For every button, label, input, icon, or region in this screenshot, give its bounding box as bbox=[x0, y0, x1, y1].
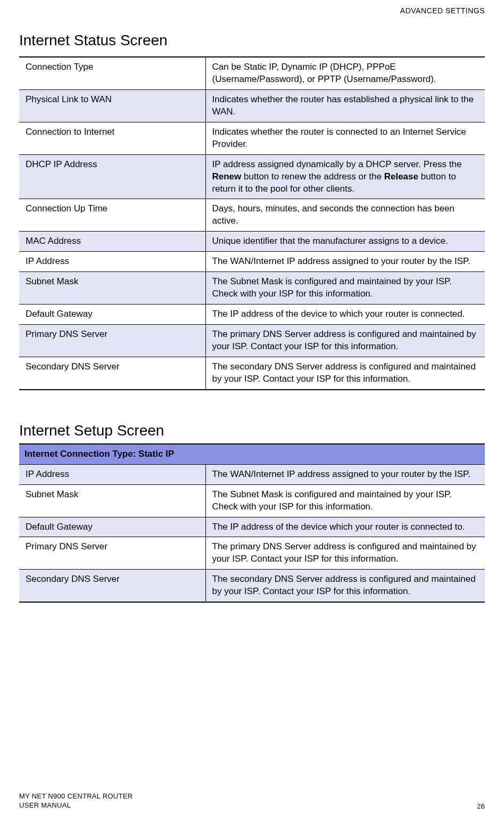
row-label: Default Gateway bbox=[19, 304, 205, 325]
table-row: Primary DNS ServerThe primary DNS Server… bbox=[19, 325, 485, 357]
row-label: Connection to Internet bbox=[19, 122, 205, 154]
row-description: Can be Static IP, Dynamic IP (DHCP), PPP… bbox=[205, 57, 485, 89]
table-row: Secondary DNS ServerThe secondary DNS Se… bbox=[19, 570, 485, 602]
row-description: The secondary DNS Server address is conf… bbox=[205, 570, 485, 602]
row-label: Connection Type bbox=[19, 57, 205, 89]
row-label: Primary DNS Server bbox=[19, 325, 205, 357]
row-label: Default Gateway bbox=[19, 517, 205, 537]
table-row: Connection to InternetIndicates whether … bbox=[19, 122, 485, 154]
footer-manual: USER MANUAL bbox=[19, 801, 133, 810]
table-header-row: Internet Connection Type: Static IP bbox=[19, 444, 485, 464]
section-heading-setup: Internet Setup Screen bbox=[19, 422, 485, 439]
row-label: Secondary DNS Server bbox=[19, 570, 205, 602]
table-row: IP AddressThe WAN/Internet IP address as… bbox=[19, 464, 485, 484]
table-row: Subnet MaskThe Subnet Mask is configured… bbox=[19, 272, 485, 304]
bold-text: Release bbox=[384, 171, 418, 182]
table-row: IP AddressThe WAN/Internet IP address as… bbox=[19, 252, 485, 272]
table-header-cell: Internet Connection Type: Static IP bbox=[19, 444, 485, 464]
section-heading-status: Internet Status Screen bbox=[19, 32, 485, 49]
row-description: Indicates whether the router has establi… bbox=[205, 89, 485, 122]
page-footer: MY NET N900 CENTRAL ROUTER USER MANUAL 2… bbox=[19, 792, 485, 810]
row-description: The WAN/Internet IP address assigned to … bbox=[205, 464, 485, 484]
table-row: DHCP IP AddressIP address assigned dynam… bbox=[19, 154, 485, 199]
row-label: Connection Up Time bbox=[19, 199, 205, 232]
row-description: The IP address of the device which your … bbox=[205, 517, 485, 537]
row-label: Subnet Mask bbox=[19, 272, 205, 304]
row-label: DHCP IP Address bbox=[19, 154, 205, 199]
row-description: The primary DNS Server address is config… bbox=[205, 537, 485, 570]
row-description: The IP address of the device to which yo… bbox=[205, 304, 485, 325]
row-description: Days, hours, minutes, and seconds the co… bbox=[205, 199, 485, 232]
bold-text: Renew bbox=[212, 171, 242, 182]
table-row: Connection Up TimeDays, hours, minutes, … bbox=[19, 199, 485, 232]
row-description: The primary DNS Server address is config… bbox=[205, 325, 485, 357]
row-label: Physical Link to WAN bbox=[19, 89, 205, 122]
table-row: Connection TypeCan be Static IP, Dynamic… bbox=[19, 57, 485, 89]
row-description: The Subnet Mask is configured and mainta… bbox=[205, 484, 485, 517]
row-label: Secondary DNS Server bbox=[19, 357, 205, 389]
table-row: Physical Link to WANIndicates whether th… bbox=[19, 89, 485, 122]
internet-status-table: Connection TypeCan be Static IP, Dynamic… bbox=[19, 56, 485, 390]
table-row: Default GatewayThe IP address of the dev… bbox=[19, 304, 485, 325]
row-description: The WAN/Internet IP address assigned to … bbox=[205, 252, 485, 272]
row-description: IP address assigned dynamically by a DHC… bbox=[205, 154, 485, 199]
table-row: MAC AddressUnique identifier that the ma… bbox=[19, 232, 485, 252]
header-label: ADVANCED SETTINGS bbox=[400, 6, 485, 15]
table-row: Subnet MaskThe Subnet Mask is configured… bbox=[19, 484, 485, 517]
row-label: Subnet Mask bbox=[19, 484, 205, 517]
row-description: Unique identifier that the manufacturer … bbox=[205, 232, 485, 252]
row-label: MAC Address bbox=[19, 232, 205, 252]
table-row: Secondary DNS ServerThe secondary DNS Se… bbox=[19, 357, 485, 389]
row-description: Indicates whether the router is connecte… bbox=[205, 122, 485, 154]
page-number: 26 bbox=[477, 802, 485, 810]
table-row: Default GatewayThe IP address of the dev… bbox=[19, 517, 485, 537]
row-label: IP Address bbox=[19, 464, 205, 484]
row-description: The secondary DNS Server address is conf… bbox=[205, 357, 485, 389]
row-label: Primary DNS Server bbox=[19, 537, 205, 570]
internet-setup-table: Internet Connection Type: Static IP IP A… bbox=[19, 443, 485, 603]
footer-product: MY NET N900 CENTRAL ROUTER bbox=[19, 792, 133, 801]
table-row: Primary DNS ServerThe primary DNS Server… bbox=[19, 537, 485, 570]
row-description: The Subnet Mask is configured and mainta… bbox=[205, 272, 485, 304]
footer-left: MY NET N900 CENTRAL ROUTER USER MANUAL bbox=[19, 792, 133, 810]
row-label: IP Address bbox=[19, 252, 205, 272]
